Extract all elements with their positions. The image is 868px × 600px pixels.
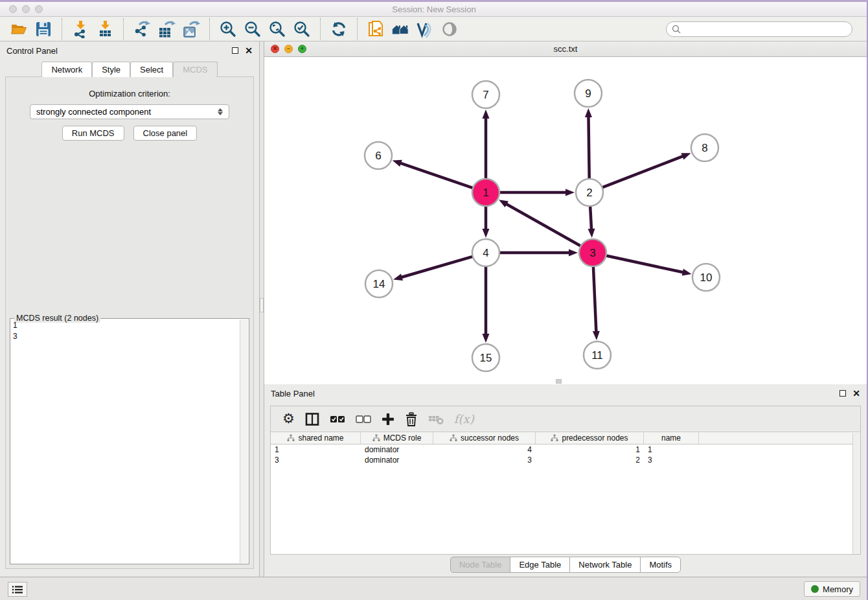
table-cell[interactable]: 1 [271, 444, 361, 455]
create-column-button[interactable] [382, 413, 394, 426]
toolbar-separator [357, 18, 358, 40]
apply-layout-button[interactable] [330, 20, 348, 38]
ndex-home-button[interactable] [391, 20, 409, 38]
zoom-out-button[interactable] [244, 20, 262, 38]
export-image-button[interactable] [182, 20, 200, 38]
network-window-titlebar[interactable]: ✕ − + scc.txt [264, 41, 867, 57]
graph-node-9[interactable]: 9 [575, 80, 602, 107]
graph-node-1[interactable]: 1 [472, 179, 499, 206]
tab-edge-table[interactable]: Edge Table [510, 557, 570, 573]
close-table-panel-icon[interactable]: ✕ [852, 390, 860, 397]
export-image-icon [182, 20, 200, 38]
column-header-successor-nodes[interactable]: successor nodes [433, 432, 536, 444]
window-title: Session: New Session [0, 5, 868, 14]
graph-edge-arrowhead [483, 334, 490, 343]
graph-node-4[interactable]: 4 [472, 239, 499, 266]
graph-node-10[interactable]: 10 [692, 264, 720, 291]
table-cell[interactable]: 1 [644, 444, 699, 455]
tab-style[interactable]: Style [92, 62, 130, 77]
tab-motifs[interactable]: Motifs [640, 557, 681, 573]
run-mcds-button[interactable]: Run MCDS [62, 126, 124, 141]
graph-edge-3-1[interactable] [505, 203, 580, 246]
unselect-all-columns-button[interactable] [356, 415, 371, 424]
panel-divider[interactable] [259, 41, 264, 577]
table-settings-button[interactable]: ⚙ [282, 412, 295, 426]
graph-node-14[interactable]: 14 [365, 270, 393, 297]
tab-select[interactable]: Select [130, 62, 173, 77]
result-scrollbar[interactable] [240, 319, 248, 563]
network-from-file-button[interactable] [367, 20, 385, 38]
task-history-button[interactable] [8, 582, 27, 597]
status-bar: Memory [0, 577, 868, 600]
float-panel-icon[interactable] [232, 47, 238, 54]
graph-node-7[interactable]: 7 [472, 81, 499, 108]
table-cell[interactable]: 1 [536, 444, 644, 455]
graph-node-11[interactable]: 11 [584, 341, 611, 369]
function-builder-button[interactable]: f(x) [454, 412, 474, 426]
graph-node-2[interactable]: 2 [576, 179, 603, 206]
table-cell[interactable]: 4 [433, 444, 536, 455]
float-table-panel-icon[interactable] [839, 390, 846, 397]
zoom-in-button[interactable] [219, 20, 237, 38]
column-header-shared-name[interactable]: shared name [271, 432, 361, 444]
graph-edge-arrowhead [569, 249, 578, 257]
criterion-select[interactable]: strongly connected component [30, 104, 229, 119]
save-session-button[interactable] [34, 20, 52, 38]
graph-edge-3-10[interactable] [606, 255, 684, 272]
graph-node-15[interactable]: 15 [472, 344, 499, 371]
import-network-button[interactable] [71, 20, 89, 38]
graph-node-3[interactable]: 3 [579, 239, 606, 266]
table-panel-header: Table Panel ✕ [264, 384, 867, 402]
table-cell[interactable]: dominator [361, 455, 433, 465]
select-all-columns-button[interactable] [330, 415, 345, 424]
table-cell[interactable]: dominator [361, 444, 433, 455]
tab-mcds[interactable]: MCDS [173, 62, 217, 77]
network-graph[interactable]: 7968124314101511 [264, 57, 867, 384]
delete-column-button[interactable] [405, 412, 418, 426]
vizmapper-button[interactable] [416, 20, 434, 38]
graph-edge-2-3[interactable] [590, 206, 591, 230]
table-row[interactable]: 3dominator323 [271, 455, 860, 465]
export-table-button[interactable] [157, 20, 176, 38]
show-columns-button[interactable] [305, 412, 319, 426]
export-network-button[interactable] [133, 20, 151, 38]
tab-network-table[interactable]: Network Table [569, 557, 641, 573]
search-box[interactable] [666, 21, 852, 37]
tab-node-table[interactable]: Node Table [450, 557, 511, 573]
graph-edge-2-8[interactable] [602, 156, 684, 188]
close-panel-icon[interactable]: ✕ [245, 47, 253, 54]
show-graphics-details-button[interactable] [440, 20, 459, 38]
close-panel-button[interactable]: Close panel [133, 126, 198, 141]
zoom-fit-button[interactable] [268, 20, 286, 38]
search-input[interactable] [684, 25, 847, 34]
table-row[interactable]: 1dominator411 [271, 444, 860, 455]
graph-node-6[interactable]: 6 [365, 142, 392, 169]
tab-network[interactable]: Network [41, 62, 92, 77]
graph-edge-3-11[interactable] [593, 266, 597, 332]
memory-button[interactable]: Memory [804, 581, 860, 597]
table-scrollbar[interactable] [852, 433, 860, 554]
column-header-name[interactable]: name [644, 432, 699, 444]
table-cell[interactable]: 3 [644, 455, 699, 465]
graph-edge-4-14[interactable] [401, 257, 473, 277]
table-cell[interactable]: 3 [433, 455, 536, 465]
import-table-button[interactable] [96, 20, 114, 38]
title-bar[interactable]: Session: New Session [0, 2, 868, 17]
toolbar-separator [62, 18, 62, 40]
network-scrollbar-thumb[interactable] [556, 379, 562, 384]
graph-edge-1-6[interactable] [400, 163, 473, 188]
mcds-result-text[interactable]: 1 3 [13, 320, 238, 342]
graph-edge-2-9[interactable] [588, 116, 589, 179]
delete-table-button[interactable] [428, 413, 444, 425]
column-header-predecessor-nodes[interactable]: predecessor nodes [536, 432, 644, 444]
divider-handle[interactable] [260, 298, 264, 312]
network-canvas[interactable]: 7968124314101511 [264, 57, 867, 384]
graph-node-8[interactable]: 8 [691, 134, 718, 161]
table-cell[interactable]: 2 [536, 455, 644, 465]
graph-edge-arrowhead [585, 108, 592, 117]
zoom-selected-button[interactable] [293, 20, 311, 38]
table-tabs: Node Table Edge Table Network Table Moti… [264, 557, 867, 573]
column-header-mcds-role[interactable]: MCDS role [361, 432, 433, 444]
table-cell[interactable]: 3 [271, 455, 361, 465]
open-session-button[interactable] [10, 20, 28, 38]
